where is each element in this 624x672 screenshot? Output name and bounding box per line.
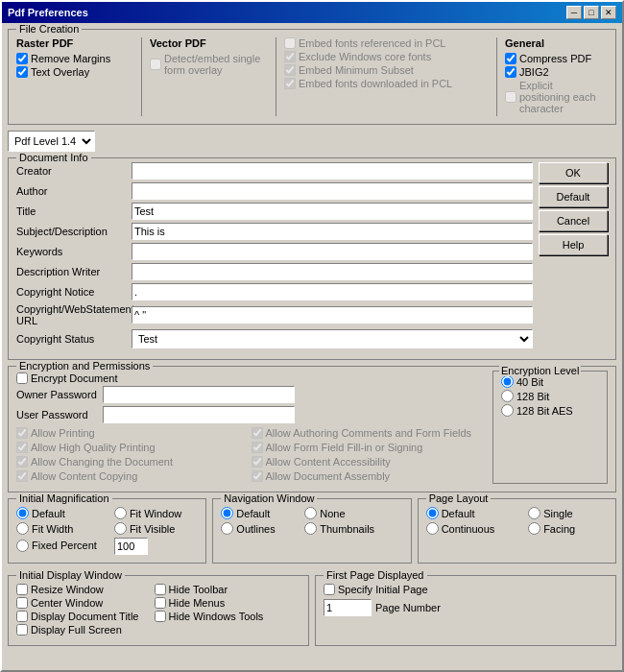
remove-margins-checkbox[interactable] [16, 53, 28, 64]
embed-downloaded-label: Embed fonts downloaded in PCL [299, 78, 452, 89]
exclude-windows-row: Exclude Windows core fonts [284, 51, 489, 62]
perm-authoring-row: Allow Authoring Comments and Form Fields [252, 427, 486, 439]
40bit-radio[interactable] [501, 375, 514, 388]
layout-facing-radio[interactable] [528, 522, 540, 535]
mag-fit-width-radio[interactable] [16, 522, 29, 535]
128bit-label: 128 Bit [516, 391, 549, 402]
perm-assembly-label: Allow Document Assembly [266, 470, 391, 482]
specify-initial-label: Specify Initial Page [338, 584, 428, 595]
center-window-checkbox[interactable] [16, 597, 28, 609]
title-input[interactable] [132, 203, 533, 220]
initial-magnification-group: Initial Magnification Default Fit Window… [8, 498, 206, 564]
embed-min-checkbox[interactable] [284, 64, 296, 76]
perm-assembly-checkbox[interactable] [252, 470, 263, 482]
perm-changing-checkbox[interactable] [16, 456, 28, 468]
first-page-group: First Page Displayed Specify Initial Pag… [315, 575, 616, 646]
perm-form-fillin-row: Allow Form Field Fill-in or Signing [252, 442, 486, 453]
maximize-button[interactable]: □ [584, 6, 599, 19]
doc-info-buttons: OK Default Cancel Help [539, 162, 608, 351]
compress-pdf-checkbox[interactable] [505, 53, 516, 64]
title-bar: Pdf Preferences ─ □ ✕ [2, 2, 622, 23]
file-creation-label: File Creation [16, 23, 82, 35]
navigation-window-label: Navigation Window [221, 492, 317, 504]
128bit-radio[interactable] [501, 390, 514, 402]
page-number-row: Page Number [324, 599, 608, 616]
embed-pcl-label: Embed fonts referenced in PCL [299, 37, 445, 49]
detect-embed-checkbox[interactable] [150, 59, 161, 70]
vector-pdf-col: Vector PDF Detect/embed single form over… [141, 37, 276, 116]
hide-menus-checkbox[interactable] [155, 597, 166, 609]
mag-fit-width-row: Fit Width [16, 522, 113, 535]
page-number-input[interactable] [324, 599, 372, 616]
perm-accessibility-checkbox[interactable] [252, 456, 263, 468]
exclude-windows-checkbox[interactable] [284, 51, 296, 62]
subject-input[interactable] [132, 223, 533, 240]
main-window: Pdf Preferences ─ □ ✕ File Creation Rast… [0, 0, 624, 672]
hide-toolbar-row: Hide Toolbar [155, 584, 264, 595]
nav-default-radio[interactable] [221, 507, 233, 519]
embed-pcl-checkbox[interactable] [284, 37, 296, 49]
mag-default-row: Default [16, 507, 113, 519]
perm-authoring-checkbox[interactable] [252, 427, 263, 439]
embed-downloaded-checkbox[interactable] [284, 78, 296, 89]
perm-printing-checkbox[interactable] [16, 427, 28, 439]
layout-single-radio[interactable] [528, 507, 540, 519]
user-pw-input[interactable] [103, 406, 295, 423]
copyright-notice-input[interactable] [132, 283, 533, 300]
nav-thumbnails-radio[interactable] [304, 522, 317, 535]
display-doc-title-checkbox[interactable] [16, 611, 28, 622]
mag-default-radio[interactable] [16, 507, 29, 519]
perm-hq-printing-row: Allow High Quality Printing [16, 442, 251, 453]
text-overlay-checkbox[interactable] [16, 66, 28, 78]
mag-fit-visible-row: Fit Visible [114, 522, 198, 535]
hide-toolbar-checkbox[interactable] [155, 584, 166, 595]
mag-fit-visible-radio[interactable] [114, 522, 127, 535]
explicit-pos-checkbox[interactable] [505, 91, 516, 103]
owner-pw-label: Owner Password [16, 389, 103, 400]
encrypt-doc-checkbox[interactable] [16, 372, 28, 384]
author-label: Author [16, 185, 132, 197]
pdf-level-select[interactable]: Pdf Level 1.3 Pdf Level 1.4 Pdf Level 1.… [8, 131, 95, 152]
mag-fit-window-radio[interactable] [114, 507, 127, 519]
fixed-percent-input[interactable] [114, 538, 148, 555]
layout-default-radio[interactable] [426, 507, 439, 519]
mag-fixed-percent-radio[interactable] [16, 540, 29, 552]
author-input[interactable] [132, 182, 533, 200]
subject-label: Subject/Description [16, 226, 132, 237]
page-layout-group: Page Layout Default Single Continuous [418, 498, 616, 564]
detect-embed-row: Detect/embed single form overlay [150, 53, 268, 76]
help-button[interactable]: Help [539, 234, 608, 255]
default-button[interactable]: Default [539, 186, 608, 207]
keywords-input[interactable] [132, 243, 533, 260]
desc-writer-input[interactable] [132, 263, 533, 280]
perm-copying-label: Allow Content Copying [31, 470, 137, 482]
owner-pw-input[interactable] [103, 386, 295, 403]
cancel-button[interactable]: Cancel [539, 210, 608, 231]
copyright-url-input[interactable] [132, 306, 533, 324]
resize-window-checkbox[interactable] [16, 584, 28, 595]
creator-input[interactable] [132, 162, 533, 180]
minimize-button[interactable]: ─ [566, 6, 582, 19]
hide-windows-tools-checkbox[interactable] [155, 611, 166, 622]
embed-fonts-col: Embed fonts referenced in PCL Exclude Wi… [276, 37, 496, 116]
nav-none-radio[interactable] [304, 507, 317, 519]
general-title: General [505, 37, 600, 49]
display-doc-title-label: Display Document Title [31, 611, 139, 622]
file-creation-grid: Raster PDF Remove Margins Text Overlay V… [16, 37, 608, 116]
nav-outlines-radio[interactable] [221, 522, 233, 535]
close-button[interactable]: ✕ [601, 6, 616, 19]
perm-form-fillin-checkbox[interactable] [252, 442, 263, 453]
display-full-screen-checkbox[interactable] [16, 624, 28, 636]
copyright-status-label: Copyright Status [16, 333, 132, 345]
perm-copying-checkbox[interactable] [16, 470, 28, 482]
ok-button[interactable]: OK [539, 162, 608, 183]
raster-pdf-col: Raster PDF Remove Margins Text Overlay [16, 37, 141, 116]
copyright-status-select[interactable]: Test [132, 329, 533, 348]
jbig2-checkbox[interactable] [505, 66, 516, 78]
layout-continuous-radio[interactable] [426, 522, 439, 535]
compress-pdf-label: Compress PDF [519, 53, 591, 64]
perm-hq-printing-checkbox[interactable] [16, 442, 28, 453]
specify-initial-checkbox[interactable] [324, 584, 335, 595]
desc-writer-label: Description Writer [16, 266, 132, 277]
128bitaes-radio[interactable] [501, 404, 514, 417]
